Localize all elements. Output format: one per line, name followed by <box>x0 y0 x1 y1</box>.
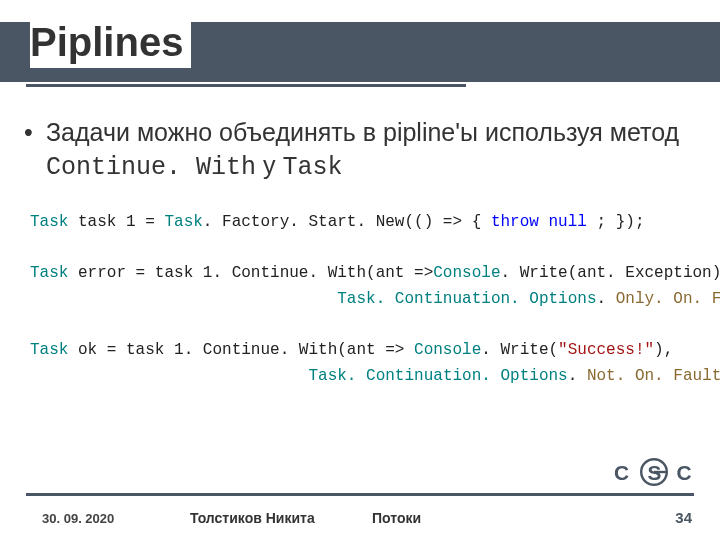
bullet-method: Continue. With <box>46 153 256 182</box>
code-l7-indent <box>30 367 308 385</box>
bullet-main: Задачи можно объединять в pipline'ы испо… <box>46 116 690 184</box>
code-type-task3: Task <box>30 264 68 282</box>
code-l1b: . Factory. Start. New(() => { <box>203 213 491 231</box>
code-l1c: ; }); <box>587 213 645 231</box>
code-l6a: ok = task 1. Continue. With(ant => <box>68 341 414 359</box>
footer-date: 30. 09. 2020 <box>42 511 114 526</box>
code-type-task1: Task <box>30 213 68 231</box>
bullet-text-prefix: Задачи можно объединять в pipline'ы испо… <box>46 118 679 146</box>
footer-line <box>26 493 694 496</box>
code-l6b: . Write( <box>481 341 558 359</box>
footer-page-number: 34 <box>675 509 692 526</box>
code-l1a: task 1 = <box>68 213 164 231</box>
code-l4-indent <box>30 290 337 308</box>
code-str-success: "Success!" <box>558 341 654 359</box>
code-l7a: . <box>568 367 587 385</box>
code-type-tco1: Task. Continuation. Options <box>337 290 596 308</box>
footer-section: Потоки <box>372 510 421 526</box>
bullet-text-mid: у <box>256 151 282 179</box>
code-l3a: error = task 1. Continue. With(ant => <box>68 264 433 282</box>
code-type-console2: Console <box>414 341 481 359</box>
slide-title: Piplines <box>30 22 191 68</box>
bullet-class: Task <box>282 153 342 182</box>
code-block: Task task 1 = Task. Factory. Start. New(… <box>30 210 690 389</box>
code-l3b: . Write(ant. Exception), <box>500 264 720 282</box>
code-type-task2: Task <box>164 213 202 231</box>
svg-text:S: S <box>648 461 662 484</box>
code-kw-null: null <box>549 213 587 231</box>
title-underline <box>26 84 466 87</box>
code-l4a: . <box>597 290 616 308</box>
code-type-task4: Task <box>30 341 68 359</box>
code-opt-only: Only. On. Faulted <box>616 290 720 308</box>
footer-author: Толстиков Никита <box>190 510 315 526</box>
code-l6c: ), <box>654 341 673 359</box>
code-kw-throw: throw <box>491 213 539 231</box>
code-opt-not: Not. On. Faulted <box>587 367 720 385</box>
svg-text:C: C <box>676 461 691 484</box>
logo-csc: C S C <box>614 454 694 490</box>
code-type-tco2: Task. Continuation. Options <box>308 367 567 385</box>
svg-text:C: C <box>614 461 629 484</box>
code-type-console1: Console <box>433 264 500 282</box>
